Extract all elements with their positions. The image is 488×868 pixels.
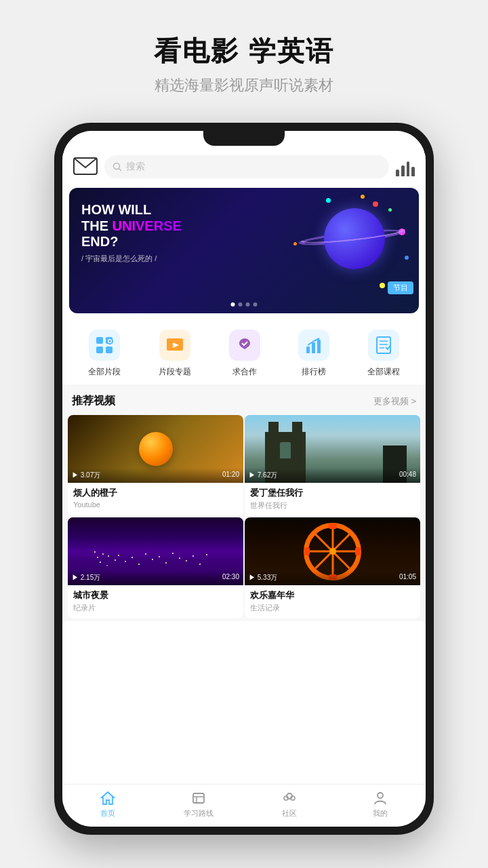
phone-frame: 搜索 HOW WILL THE UNIVERSE END? / 宇宙最后是怎么 [54, 123, 434, 835]
search-bar[interactable]: 搜索 [104, 155, 389, 178]
cat-all-clips[interactable]: 全部片段 [88, 330, 121, 378]
cat-collaborate[interactable]: 求合作 [229, 330, 260, 378]
video-meta-3: ▶ 2.15万 02:30 [68, 570, 243, 585]
banner-dot-2 [239, 302, 243, 307]
stats-icon[interactable] [396, 157, 415, 176]
svg-line-2 [119, 169, 122, 172]
nav-community-label: 社区 [282, 808, 297, 818]
all-clips-icon [89, 330, 120, 361]
svg-rect-5 [96, 347, 103, 353]
banner-decoration [270, 188, 419, 313]
svg-rect-14 [312, 342, 315, 353]
svg-rect-15 [317, 340, 321, 353]
video-info-1: 烦人的橙子 Youtube [68, 483, 243, 514]
video-info-3: 城市夜景 纪录片 [68, 585, 243, 618]
banner-line1: HOW WILL [81, 201, 182, 218]
page-header: 看电影 学英语 精选海量影视原声听说素材 [0, 0, 488, 109]
video-duration-1: 01:20 [222, 471, 239, 480]
svg-marker-22 [102, 792, 114, 804]
svg-rect-23 [193, 793, 204, 803]
banner-text: HOW WILL THE UNIVERSE END? / 宇宙最后是怎么死的 / [81, 201, 182, 264]
video-title-1: 烦人的橙子 [73, 487, 238, 499]
mine-icon [372, 790, 388, 806]
svg-rect-3 [96, 337, 103, 344]
video-views-4: ▶ 5.33万 [249, 573, 277, 583]
video-title-4: 欢乐嘉年华 [250, 589, 415, 601]
video-title-2: 爱丁堡任我行 [250, 487, 415, 499]
banner[interactable]: HOW WILL THE UNIVERSE END? / 宇宙最后是怎么死的 / [69, 188, 419, 313]
video-views-1: ▶ 3.07万 [72, 471, 100, 480]
cat-clip-topics[interactable]: 片段专题 [159, 330, 191, 378]
video-thumb-1: ▶ 3.07万 01:20 [68, 415, 243, 483]
nav-home-label: 首页 [100, 808, 115, 818]
page-subtitle: 精选海量影视原声听说素材 [0, 75, 488, 96]
banner-tag: 节目 [388, 281, 413, 294]
video-grid: ▶ 3.07万 01:20 烦人的橙子 Youtube [62, 415, 426, 621]
learning-icon [190, 790, 207, 806]
video-card-2[interactable]: ▶ 7.62万 00:48 爱丁堡任我行 世界任我行 [245, 415, 420, 516]
video-meta-1: ▶ 3.07万 01:20 [68, 468, 243, 483]
cat-rankings[interactable]: 排行榜 [298, 330, 329, 378]
banner-dot-4 [253, 302, 258, 307]
all-courses-icon [368, 330, 399, 361]
nav-learning[interactable]: 学习路线 [153, 790, 244, 818]
cat-all-courses-label: 全部课程 [367, 366, 400, 378]
recommend-more[interactable]: 更多视频 > [373, 395, 416, 408]
video-duration-3: 02:30 [222, 573, 239, 583]
cat-clip-topics-label: 片段专题 [159, 366, 191, 378]
video-source-4: 生活记录 [250, 603, 415, 613]
svg-rect-17 [377, 337, 390, 353]
nav-community[interactable]: 社区 [244, 790, 335, 818]
nav-mine-label: 我的 [373, 808, 388, 818]
page-title: 看电影 学英语 [0, 33, 488, 70]
search-icon [113, 162, 122, 172]
video-thumb-4: ▶ 5.33万 01:05 [245, 517, 420, 585]
video-views-2: ▶ 7.62万 [249, 471, 277, 480]
recommend-title: 推荐视频 [72, 394, 115, 408]
svg-rect-6 [106, 347, 113, 353]
video-views-3: ▶ 2.15万 [72, 573, 100, 583]
top-nav: 搜索 [62, 150, 426, 184]
video-source-1: Youtube [73, 500, 238, 509]
banner-line2: THE UNIVERSE [81, 218, 182, 234]
banner-line3: END? [81, 234, 182, 250]
phone-notch [203, 131, 285, 146]
cat-rankings-label: 排行榜 [302, 366, 326, 378]
home-icon [100, 790, 116, 806]
scroll-content[interactable]: HOW WILL THE UNIVERSE END? / 宇宙最后是怎么死的 / [62, 184, 426, 784]
community-icon [281, 790, 298, 806]
search-placeholder: 搜索 [126, 161, 145, 173]
recommend-section-header: 推荐视频 更多视频 > [62, 384, 426, 415]
orange-decoration [139, 432, 173, 466]
svg-rect-13 [306, 347, 310, 353]
cat-collaborate-label: 求合作 [232, 366, 257, 378]
categories: 全部片段 片段专题 [62, 317, 426, 384]
video-duration-2: 00:48 [399, 471, 416, 480]
banner-subtitle: / 宇宙最后是怎么死的 / [81, 254, 182, 264]
video-card-3[interactable]: ▶ 2.15万 02:30 城市夜景 纪录片 [68, 517, 243, 618]
video-title-3: 城市夜景 [73, 589, 238, 601]
svg-point-1 [114, 163, 120, 170]
video-info-4: 欢乐嘉年华 生活记录 [245, 585, 420, 618]
video-thumb-2: ▶ 7.62万 00:48 [245, 415, 420, 483]
nav-home[interactable]: 首页 [62, 790, 153, 818]
banner-dot-3 [246, 302, 250, 307]
rankings-icon [298, 330, 329, 361]
banner-dots [231, 302, 258, 307]
video-meta-2: ▶ 7.62万 00:48 [245, 468, 420, 483]
banner-dot-1 [231, 302, 235, 307]
phone-screen: 搜索 HOW WILL THE UNIVERSE END? / 宇宙最后是怎么 [62, 131, 426, 827]
mail-icon[interactable] [73, 157, 98, 176]
video-info-2: 爱丁堡任我行 世界任我行 [245, 483, 420, 516]
video-card-1[interactable]: ▶ 3.07万 01:20 烦人的橙子 Youtube [68, 415, 243, 516]
video-meta-4: ▶ 5.33万 01:05 [245, 570, 420, 585]
cat-all-clips-label: 全部片段 [88, 366, 121, 378]
nav-learning-label: 学习路线 [184, 808, 214, 818]
nav-mine[interactable]: 我的 [335, 790, 426, 818]
svg-point-29 [378, 793, 383, 798]
video-source-2: 世界任我行 [250, 500, 415, 511]
cat-all-courses[interactable]: 全部课程 [367, 330, 400, 378]
collaborate-icon [229, 330, 260, 361]
video-card-4[interactable]: ▶ 5.33万 01:05 欢乐嘉年华 生活记录 [245, 517, 420, 618]
video-thumb-3: ▶ 2.15万 02:30 [68, 517, 243, 585]
